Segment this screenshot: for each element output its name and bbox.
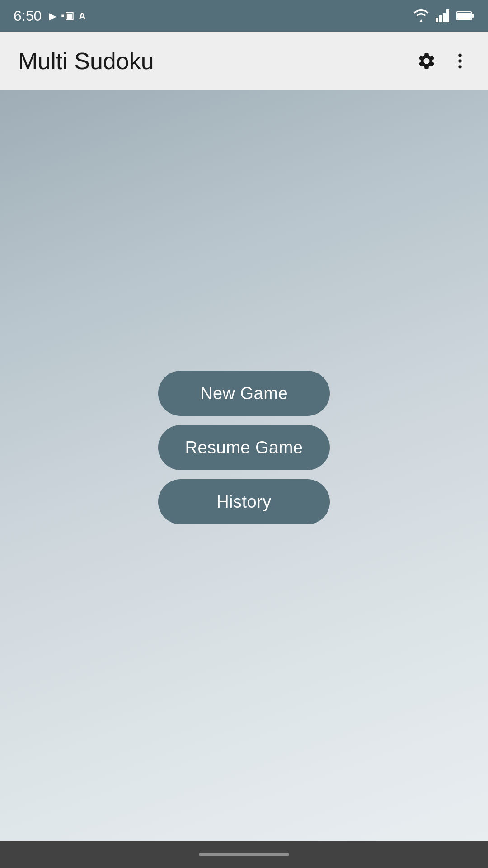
status-icons: ▣: [49, 9, 86, 22]
settings-icon[interactable]: [417, 51, 436, 71]
status-time: 6:50: [14, 8, 42, 24]
play-icon: [49, 9, 56, 22]
wifi-icon: [413, 9, 429, 22]
bottom-bar: [0, 841, 488, 868]
buttons-container: New Game Resume Game History: [158, 371, 330, 524]
more-options-icon[interactable]: [450, 51, 470, 71]
svg-rect-3: [446, 9, 449, 22]
status-bar-left: 6:50 ▣: [14, 8, 86, 24]
svg-rect-5: [472, 14, 474, 18]
app-title: Multi Sudoku: [18, 47, 154, 75]
sim-icon: ▣: [61, 10, 74, 22]
history-button[interactable]: History: [158, 479, 330, 524]
svg-point-9: [458, 65, 461, 68]
battery-icon: [456, 11, 474, 21]
app-bar-actions: [417, 51, 470, 71]
svg-rect-0: [436, 18, 438, 22]
home-indicator: [199, 853, 289, 856]
main-content: New Game Resume Game History: [0, 90, 488, 841]
svg-rect-2: [443, 13, 446, 22]
status-bar-right: [413, 9, 474, 22]
a-icon: [79, 9, 86, 22]
svg-point-7: [458, 54, 461, 57]
resume-game-button[interactable]: Resume Game: [158, 425, 330, 470]
svg-point-8: [458, 59, 461, 62]
new-game-button[interactable]: New Game: [158, 371, 330, 416]
app-bar: Multi Sudoku: [0, 32, 488, 90]
svg-rect-1: [439, 15, 442, 22]
svg-rect-6: [457, 13, 471, 19]
signal-icon: [436, 9, 450, 22]
status-bar: 6:50 ▣: [0, 0, 488, 32]
